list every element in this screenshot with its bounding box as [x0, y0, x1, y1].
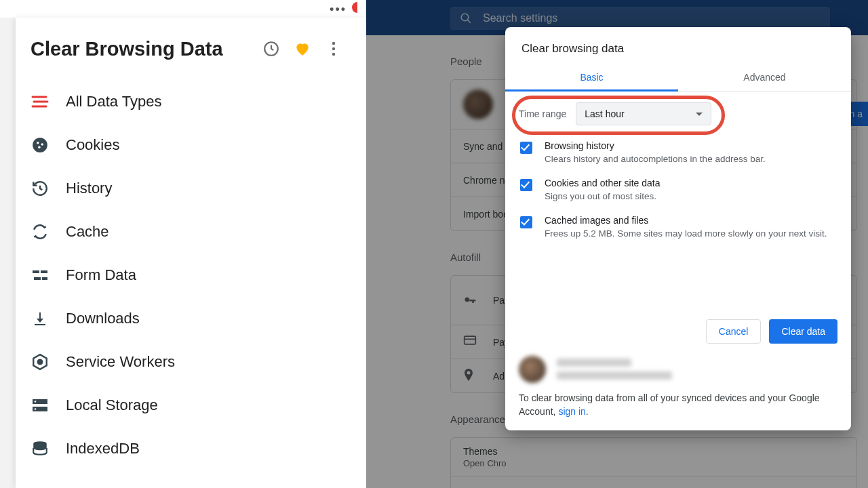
item-history[interactable]: History: [16, 167, 366, 210]
item-label: Service Workers: [66, 353, 175, 371]
item-label: Cookies: [66, 136, 119, 154]
dialog-title: Clear browsing data: [505, 27, 851, 65]
item-label: Cache: [66, 223, 109, 241]
dialog-footer-text: To clear browsing data from all of your …: [519, 391, 837, 419]
option-cached[interactable]: Cached images and files Frees up 5.2 MB.…: [519, 209, 837, 247]
item-all-data-types[interactable]: All Data Types: [16, 80, 366, 123]
local-storage-icon: [31, 396, 50, 415]
item-label: Form Data: [66, 266, 136, 284]
cookies-icon: [31, 136, 50, 155]
item-downloads[interactable]: Downloads: [16, 297, 366, 340]
overflow-dots-icon[interactable]: •••: [330, 3, 347, 17]
clear-data-button[interactable]: Clear data: [769, 319, 837, 344]
svg-point-7: [38, 146, 40, 148]
option-desc: Frees up 5.2 MB. Some sites may load mor…: [545, 228, 827, 240]
option-title: Browsing history: [545, 140, 766, 151]
checkbox-icon[interactable]: [520, 179, 532, 191]
blurred-account-info: [557, 359, 672, 380]
item-label: Downloads: [66, 310, 140, 327]
time-range-value: Last hour: [585, 108, 624, 119]
checkbox-icon[interactable]: [520, 142, 532, 154]
cache-icon: [31, 222, 50, 241]
option-browsing-history[interactable]: Browsing history Clears history and auto…: [519, 135, 837, 172]
item-cache[interactable]: Cache: [16, 210, 366, 253]
avatar: [519, 356, 546, 383]
indexeddb-icon: [31, 439, 50, 458]
svg-point-12: [35, 401, 37, 403]
all-data-icon: [31, 92, 50, 111]
item-local-storage[interactable]: Local Storage: [16, 384, 366, 427]
history-icon[interactable]: [258, 35, 285, 62]
svg-point-13: [35, 408, 37, 410]
svg-point-6: [41, 143, 43, 145]
history-item-icon: [31, 179, 50, 198]
option-desc: Clears history and autocompletions in th…: [545, 153, 766, 165]
svg-point-4: [33, 138, 47, 152]
item-form-data[interactable]: Form Data: [16, 253, 366, 297]
service-workers-icon: [31, 352, 50, 371]
tab-basic[interactable]: Basic: [505, 65, 678, 91]
sign-in-link[interactable]: sign in: [558, 406, 585, 417]
item-label: History: [66, 180, 112, 197]
svg-point-3: [332, 53, 335, 56]
kebab-menu-icon[interactable]: [320, 35, 347, 62]
item-label: All Data Types: [66, 93, 161, 110]
clear-browsing-data-panel: Clear Browsing Data All Data Types Cooki…: [16, 18, 366, 488]
option-cookies[interactable]: Cookies and other site data Signs you ou…: [519, 172, 837, 209]
option-title: Cached images and files: [545, 215, 827, 226]
time-range-select[interactable]: Last hour: [576, 102, 711, 125]
item-label: Local Storage: [66, 396, 158, 414]
tab-advanced[interactable]: Advanced: [678, 65, 851, 91]
svg-point-1: [332, 42, 335, 45]
heart-icon[interactable]: [289, 35, 316, 62]
checkbox-icon[interactable]: [520, 216, 532, 228]
chevron-down-icon: [696, 113, 703, 116]
time-range-label: Time range: [519, 108, 566, 119]
downloads-icon: [31, 309, 50, 328]
svg-point-5: [37, 142, 39, 144]
tab-corner-icon: [352, 2, 363, 13]
item-label: IndexedDB: [66, 440, 140, 458]
cancel-button[interactable]: Cancel: [706, 319, 762, 344]
item-service-workers[interactable]: Service Workers: [16, 340, 366, 384]
option-desc: Signs you out of most sites.: [545, 190, 660, 203]
option-title: Cookies and other site data: [545, 178, 660, 188]
svg-point-9: [38, 360, 43, 365]
form-data-icon: [31, 266, 50, 285]
item-cookies[interactable]: Cookies: [16, 123, 366, 167]
panel-title: Clear Browsing Data: [31, 38, 254, 60]
item-indexeddb[interactable]: IndexedDB: [16, 427, 366, 470]
svg-point-2: [332, 47, 335, 50]
clear-browsing-data-dialog: Clear browsing data Basic Advanced Time …: [505, 27, 851, 430]
